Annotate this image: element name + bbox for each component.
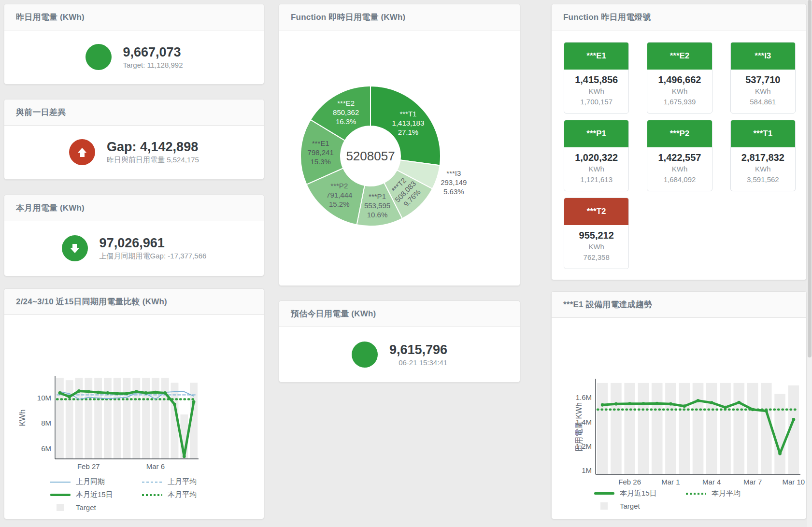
series-point: [669, 402, 672, 406]
down-arrow-icon: [62, 235, 88, 261]
legend-item[interactable]: Target: [594, 502, 686, 510]
x-tick-label: Mar 10: [783, 478, 805, 486]
x-tick-label: Mar 6: [146, 462, 165, 470]
target-bar: [85, 378, 92, 459]
target-bar: [706, 383, 717, 474]
month-usage-gap: 上個月同期用電Gap: -17,377,566: [100, 252, 207, 261]
legend-item[interactable]: 本月近15日: [50, 490, 142, 499]
series-point: [724, 406, 727, 409]
device-tile[interactable]: ***I3 537,710 KWh 584,861: [730, 42, 796, 114]
device-tile[interactable]: ***T1 2,817,832 KWh 3,591,562: [730, 120, 796, 191]
device-tile-unit: KWh: [733, 164, 793, 174]
legend-swatch-thick-line: [50, 494, 71, 496]
device-tile-value: 955,212: [566, 229, 627, 242]
legend-item[interactable]: 本月平均: [686, 489, 778, 498]
card-month-usage: 本月用電量 (KWh) 97,026,961 上個月同期用電Gap: -17,3…: [4, 195, 264, 276]
card-day-gap: 與前一日差異 Gap: 4,142,898 昨日與前日用電量 5,524,175: [4, 99, 264, 180]
device-tile-target: 1,675,939: [649, 97, 710, 107]
series-point: [115, 392, 119, 395]
series-point: [737, 401, 741, 404]
y-tick-label: 10M: [37, 394, 51, 402]
series-point: [628, 402, 631, 405]
card-realtime-donut: Function 即時日用電量 (KWh) ***T11,413,18327.1…: [279, 4, 520, 286]
y-tick-label: 1M: [582, 466, 592, 474]
yesterday-usage-target: Target: 11,128,992: [123, 61, 183, 69]
scrollbar-thumb[interactable]: [808, 0, 812, 357]
card-yesterday-usage: 昨日用電量 (KWh) 9,667,073 Target: 11,128,992: [4, 4, 264, 85]
legend-item[interactable]: 本月近15日: [594, 489, 686, 498]
series-point: [173, 403, 176, 406]
series-point: [87, 390, 90, 393]
legend-swatch-square: [57, 504, 64, 511]
device-tile-value: 537,710: [733, 73, 793, 86]
series-point: [601, 403, 604, 407]
series-point: [792, 418, 795, 421]
target-bar: [652, 383, 663, 474]
device-tile[interactable]: ***P2 1,422,557 KWh 1,684,092: [647, 120, 712, 191]
device-tile-name: ***E1: [586, 51, 606, 61]
legend-item[interactable]: 上月平均: [142, 477, 234, 486]
device-tile-target: 584,861: [733, 97, 793, 107]
target-bar: [693, 383, 704, 474]
target-bar: [720, 383, 731, 474]
target-bar: [94, 378, 102, 459]
device-tile-value: 1,415,856: [566, 73, 627, 86]
e1-trend-chart[interactable]: 1M1.2M1.4M1.6MFeb 26Mar 1Mar 4Mar 7Mar 1…: [573, 375, 805, 489]
series-point: [183, 455, 186, 458]
target-bar: [679, 383, 690, 474]
x-tick-label: Feb 26: [618, 478, 641, 486]
device-tile-name: ***E2: [670, 51, 690, 61]
series-point: [751, 408, 755, 411]
series-point: [710, 401, 713, 404]
target-bar: [161, 378, 169, 459]
target-bar: [132, 378, 140, 459]
device-tile-name: ***T2: [587, 207, 606, 216]
target-bar: [638, 383, 649, 474]
device-tile-name: ***I3: [755, 51, 771, 61]
card-title: 與前一日差異: [4, 100, 264, 126]
donut-center-total: 5208057: [346, 149, 395, 163]
device-tile[interactable]: ***E2 1,496,662 KWh 1,675,939: [647, 42, 712, 114]
legend-label: 本月平均: [712, 489, 741, 498]
yesterday-usage-value: 9,667,073: [123, 45, 183, 59]
series-point: [154, 391, 157, 394]
trend15-chart[interactable]: 6M8M10MFeb 27Mar 6: [28, 372, 202, 473]
legend-label: 上月同期: [76, 477, 105, 486]
trend15-legend: 上月同期 上月平均 本月近15日 本月平均 Target: [50, 477, 234, 515]
device-tile-value: 2,817,832: [733, 151, 793, 164]
device-tile-unit: KWh: [566, 164, 627, 174]
device-tile[interactable]: ***P1 1,020,322 KWh 1,121,613: [564, 120, 629, 191]
donut-chart[interactable]: ***T11,413,18327.1%***I3293,1495.63%***T…: [279, 4, 520, 285]
x-tick-label: Mar 7: [743, 478, 762, 486]
card-title: 昨日用電量 (KWh): [4, 4, 264, 30]
device-tile-name: ***P1: [586, 129, 606, 139]
target-bar: [123, 378, 131, 459]
target-bar: [665, 383, 676, 474]
target-bar: [611, 383, 622, 474]
device-tile-name: ***T1: [753, 129, 772, 139]
card-title: 預估今日用電量 (KWh): [279, 301, 520, 327]
target-bar: [761, 383, 772, 474]
legend-swatch-dotted: [142, 494, 162, 496]
estimate-value: 9,615,796: [389, 342, 447, 357]
target-bar: [66, 380, 73, 459]
card-estimate-today: 預估今日用電量 (KWh) 9,615,796 06-21 15:34:41: [279, 300, 520, 383]
target-bar: [142, 378, 150, 459]
series-point: [655, 402, 659, 405]
device-tile[interactable]: ***T2 955,212 KWh 762,358: [564, 198, 629, 269]
device-tile[interactable]: ***E1 1,415,856 KWh 1,700,157: [564, 42, 629, 114]
legend-item[interactable]: 本月平均: [142, 490, 234, 499]
day-gap-value: Gap: 4,142,898: [107, 140, 199, 154]
device-tile-unit: KWh: [649, 164, 710, 174]
series-point: [697, 399, 700, 402]
device-tile-target: 1,700,157: [566, 97, 627, 107]
legend-item[interactable]: Target: [50, 503, 142, 512]
donut-slice-label: ***I3293,1495.63%: [441, 169, 467, 196]
legend-label: Target: [620, 502, 640, 510]
legend-item[interactable]: 上月同期: [50, 477, 142, 486]
legend-label: 本月近15日: [76, 490, 113, 499]
card-15day-compare-chart: 2/24~3/10 近15日同期用電量比較 (KWh) KWh 6M8M10MF…: [4, 288, 264, 519]
series-point: [778, 452, 782, 456]
x-tick-label: Mar 1: [661, 478, 680, 486]
device-tile-unit: KWh: [649, 86, 710, 97]
